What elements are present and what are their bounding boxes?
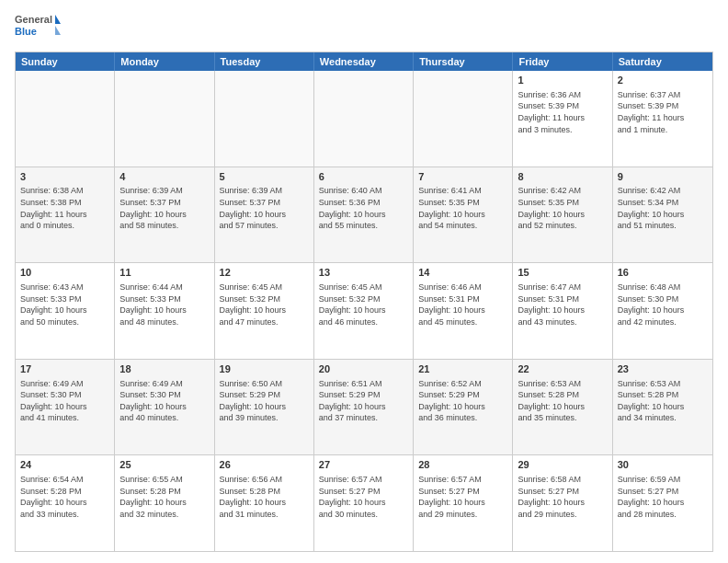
day-info: Sunrise: 6:57 AM Sunset: 5:27 PM Dayligh… xyxy=(319,474,408,520)
table-row xyxy=(314,71,414,167)
day-info: Sunrise: 6:54 AM Sunset: 5:28 PM Dayligh… xyxy=(20,474,109,520)
day-info: Sunrise: 6:43 AM Sunset: 5:33 PM Dayligh… xyxy=(20,282,109,327)
day-number: 16 xyxy=(618,266,708,280)
table-row: 14Sunrise: 6:46 AM Sunset: 5:31 PM Dayli… xyxy=(414,263,513,359)
table-row: 13Sunrise: 6:45 AM Sunset: 5:32 PM Dayli… xyxy=(314,263,414,359)
table-row: 5Sunrise: 6:39 AM Sunset: 5:37 PM Daylig… xyxy=(215,167,314,263)
calendar-row-4: 24Sunrise: 6:54 AM Sunset: 5:28 PM Dayli… xyxy=(16,454,712,551)
day-number: 18 xyxy=(119,362,209,376)
day-info: Sunrise: 6:59 AM Sunset: 5:27 PM Dayligh… xyxy=(618,474,708,520)
day-info: Sunrise: 6:57 AM Sunset: 5:27 PM Dayligh… xyxy=(418,474,507,520)
day-number: 12 xyxy=(220,266,309,280)
table-row xyxy=(115,71,214,167)
table-row: 12Sunrise: 6:45 AM Sunset: 5:32 PM Dayli… xyxy=(215,263,314,359)
page: General Blue SundayMondayTuesdayWednesda… xyxy=(0,0,728,563)
table-row: 29Sunrise: 6:58 AM Sunset: 5:27 PM Dayli… xyxy=(513,455,612,551)
table-row: 20Sunrise: 6:51 AM Sunset: 5:29 PM Dayli… xyxy=(314,360,414,455)
svg-text:Blue: Blue xyxy=(15,26,37,37)
calendar-header: SundayMondayTuesdayWednesdayThursdayFrid… xyxy=(16,52,712,71)
table-row: 17Sunrise: 6:49 AM Sunset: 5:30 PM Dayli… xyxy=(16,360,115,455)
day-info: Sunrise: 6:38 AM Sunset: 5:38 PM Dayligh… xyxy=(20,185,109,231)
header-cell-tuesday: Tuesday xyxy=(215,52,314,71)
day-info: Sunrise: 6:42 AM Sunset: 5:34 PM Dayligh… xyxy=(618,185,708,231)
header-cell-friday: Friday xyxy=(513,52,612,71)
svg-text:General: General xyxy=(15,14,52,25)
day-number: 13 xyxy=(319,266,408,280)
day-number: 17 xyxy=(20,362,109,376)
day-number: 4 xyxy=(119,170,209,184)
day-number: 27 xyxy=(319,458,408,472)
day-number: 15 xyxy=(518,266,607,280)
day-info: Sunrise: 6:56 AM Sunset: 5:28 PM Dayligh… xyxy=(220,474,309,520)
day-number: 30 xyxy=(618,458,708,472)
day-info: Sunrise: 6:39 AM Sunset: 5:37 PM Dayligh… xyxy=(220,185,309,231)
table-row: 3Sunrise: 6:38 AM Sunset: 5:38 PM Daylig… xyxy=(16,167,115,263)
day-number: 7 xyxy=(418,170,507,184)
header-cell-wednesday: Wednesday xyxy=(314,52,414,71)
header-cell-saturday: Saturday xyxy=(613,52,712,71)
calendar-body: 1Sunrise: 6:36 AM Sunset: 5:39 PM Daylig… xyxy=(16,71,712,551)
day-info: Sunrise: 6:47 AM Sunset: 5:31 PM Dayligh… xyxy=(518,282,607,327)
day-number: 23 xyxy=(618,362,708,376)
day-info: Sunrise: 6:46 AM Sunset: 5:31 PM Dayligh… xyxy=(418,282,507,327)
day-number: 20 xyxy=(319,362,408,376)
logo-svg: General Blue xyxy=(15,11,61,44)
day-number: 5 xyxy=(220,170,309,184)
day-number: 2 xyxy=(618,74,708,87)
day-number: 14 xyxy=(418,266,507,280)
day-number: 1 xyxy=(518,74,607,87)
day-info: Sunrise: 6:55 AM Sunset: 5:28 PM Dayligh… xyxy=(119,474,209,520)
table-row: 18Sunrise: 6:49 AM Sunset: 5:30 PM Dayli… xyxy=(115,360,214,455)
table-row: 2Sunrise: 6:37 AM Sunset: 5:39 PM Daylig… xyxy=(613,71,712,167)
logo: General Blue xyxy=(15,11,61,44)
day-info: Sunrise: 6:49 AM Sunset: 5:30 PM Dayligh… xyxy=(119,378,209,424)
header-cell-thursday: Thursday xyxy=(414,52,513,71)
table-row: 23Sunrise: 6:53 AM Sunset: 5:28 PM Dayli… xyxy=(613,360,712,455)
day-number: 8 xyxy=(518,170,607,184)
day-info: Sunrise: 6:39 AM Sunset: 5:37 PM Dayligh… xyxy=(119,185,209,231)
day-number: 10 xyxy=(20,266,109,280)
day-info: Sunrise: 6:58 AM Sunset: 5:27 PM Dayligh… xyxy=(518,474,607,520)
day-number: 19 xyxy=(220,362,309,376)
day-info: Sunrise: 6:41 AM Sunset: 5:35 PM Dayligh… xyxy=(418,185,507,231)
table-row: 24Sunrise: 6:54 AM Sunset: 5:28 PM Dayli… xyxy=(16,455,115,551)
day-info: Sunrise: 6:48 AM Sunset: 5:30 PM Dayligh… xyxy=(618,282,708,327)
table-row: 25Sunrise: 6:55 AM Sunset: 5:28 PM Dayli… xyxy=(115,455,214,551)
day-number: 6 xyxy=(319,170,408,184)
day-info: Sunrise: 6:44 AM Sunset: 5:33 PM Dayligh… xyxy=(119,282,209,327)
table-row: 6Sunrise: 6:40 AM Sunset: 5:36 PM Daylig… xyxy=(314,167,414,263)
calendar-row-1: 3Sunrise: 6:38 AM Sunset: 5:38 PM Daylig… xyxy=(16,167,712,263)
day-number: 22 xyxy=(518,362,607,376)
calendar-row-0: 1Sunrise: 6:36 AM Sunset: 5:39 PM Daylig… xyxy=(16,71,712,167)
table-row: 28Sunrise: 6:57 AM Sunset: 5:27 PM Dayli… xyxy=(414,455,513,551)
day-info: Sunrise: 6:40 AM Sunset: 5:36 PM Dayligh… xyxy=(319,185,408,231)
day-info: Sunrise: 6:42 AM Sunset: 5:35 PM Dayligh… xyxy=(518,185,607,231)
day-number: 28 xyxy=(418,458,507,472)
svg-marker-2 xyxy=(55,15,61,24)
table-row xyxy=(414,71,513,167)
day-info: Sunrise: 6:37 AM Sunset: 5:39 PM Dayligh… xyxy=(618,89,708,135)
day-info: Sunrise: 6:45 AM Sunset: 5:32 PM Dayligh… xyxy=(220,282,309,327)
table-row xyxy=(16,71,115,167)
header: General Blue xyxy=(15,11,713,44)
table-row: 11Sunrise: 6:44 AM Sunset: 5:33 PM Dayli… xyxy=(115,263,214,359)
table-row: 15Sunrise: 6:47 AM Sunset: 5:31 PM Dayli… xyxy=(513,263,612,359)
table-row: 19Sunrise: 6:50 AM Sunset: 5:29 PM Dayli… xyxy=(215,360,314,455)
header-cell-sunday: Sunday xyxy=(16,52,115,71)
day-info: Sunrise: 6:36 AM Sunset: 5:39 PM Dayligh… xyxy=(518,89,607,135)
day-number: 21 xyxy=(418,362,507,376)
table-row: 4Sunrise: 6:39 AM Sunset: 5:37 PM Daylig… xyxy=(115,167,214,263)
day-info: Sunrise: 6:45 AM Sunset: 5:32 PM Dayligh… xyxy=(319,282,408,327)
table-row: 30Sunrise: 6:59 AM Sunset: 5:27 PM Dayli… xyxy=(613,455,712,551)
calendar-row-2: 10Sunrise: 6:43 AM Sunset: 5:33 PM Dayli… xyxy=(16,262,712,359)
table-row: 16Sunrise: 6:48 AM Sunset: 5:30 PM Dayli… xyxy=(613,263,712,359)
day-number: 26 xyxy=(220,458,309,472)
day-info: Sunrise: 6:52 AM Sunset: 5:29 PM Dayligh… xyxy=(418,378,507,424)
day-number: 24 xyxy=(20,458,109,472)
table-row: 1Sunrise: 6:36 AM Sunset: 5:39 PM Daylig… xyxy=(513,71,612,167)
table-row: 22Sunrise: 6:53 AM Sunset: 5:28 PM Dayli… xyxy=(513,360,612,455)
table-row: 21Sunrise: 6:52 AM Sunset: 5:29 PM Dayli… xyxy=(414,360,513,455)
table-row: 10Sunrise: 6:43 AM Sunset: 5:33 PM Dayli… xyxy=(16,263,115,359)
day-number: 29 xyxy=(518,458,607,472)
day-number: 9 xyxy=(618,170,708,184)
